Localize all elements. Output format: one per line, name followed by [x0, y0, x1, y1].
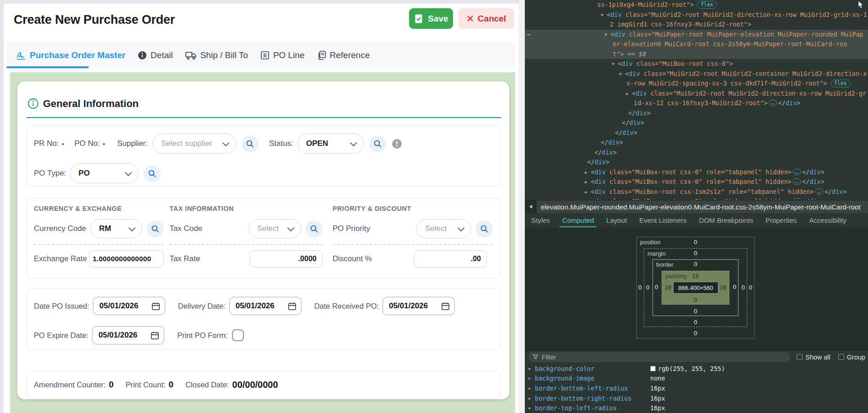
save-button[interactable]: Save: [409, 8, 453, 29]
color-swatch[interactable]: [650, 366, 656, 371]
breadcrumb-back-button[interactable]: [525, 200, 537, 213]
tree-line[interactable]: ▶<div class="MuiBox-root css-0" role="ta…: [525, 177, 868, 187]
print-po-form-checkbox[interactable]: [232, 329, 244, 341]
expand-arrow-icon[interactable]: ▶: [528, 406, 535, 410]
tree-line[interactable]: t"> == $0: [525, 49, 868, 59]
date-po-issued-input[interactable]: 05/01/2026: [93, 297, 165, 315]
cancel-button[interactable]: Cancel: [458, 8, 514, 29]
computed-property-row[interactable]: ▶background-colorrgb(255, 255, 255): [525, 364, 868, 374]
calendar-icon[interactable]: [151, 301, 161, 311]
box-model-position[interactable]: position 0 0 0 0 margin 0 0 0 0 border 0…: [636, 237, 755, 338]
property-value-text: none: [650, 375, 665, 382]
devtools-tab-accessibility[interactable]: Accessibility: [809, 216, 846, 224]
discount-input[interactable]: .00: [414, 250, 487, 268]
expand-arrow-icon[interactable]: ▶: [585, 167, 591, 177]
devtools-tab-dom-breakpoints[interactable]: DOM Breakpoints: [699, 216, 753, 224]
tree-line[interactable]: er-elevation0 MuiCard-root css-2s58ym-Mu…: [525, 39, 868, 49]
tax-code-search-button[interactable]: [306, 220, 323, 237]
expand-arrow-icon[interactable]: ▶: [528, 396, 535, 401]
expand-arrow-icon[interactable]: ▶: [585, 177, 591, 187]
po-type-search-button[interactable]: [144, 165, 161, 182]
calendar-icon[interactable]: [441, 301, 450, 311]
tree-line[interactable]: ▶<div class="MuiBox-root css-0" role="ta…: [525, 167, 868, 177]
tree-line[interactable]: </div>: [525, 118, 868, 128]
calendar-icon[interactable]: [287, 301, 297, 311]
tree-line[interactable]: </div>: [525, 108, 868, 118]
currency-search-button[interactable]: [147, 220, 164, 237]
tree-line[interactable]: ⋯▼<div class="MuiPaper-root MuiPaper-ele…: [525, 30, 868, 40]
flex-badge[interactable]: flex: [830, 80, 851, 87]
status-select[interactable]: OPEN: [297, 134, 364, 154]
computed-property-row[interactable]: ▶border-bottom-right-radius16px: [525, 393, 868, 403]
group-checkbox[interactable]: [838, 354, 844, 360]
computed-property-row[interactable]: ▶border-bottom-left-radius16px: [525, 383, 868, 393]
expand-arrow-icon[interactable]: ▶: [585, 187, 591, 197]
expand-inline-icon[interactable]: …: [815, 188, 823, 195]
code-segment: >: [843, 188, 846, 195]
flex-badge[interactable]: flex: [697, 1, 717, 9]
expand-arrow-icon[interactable]: ▶: [585, 197, 591, 200]
tree-line[interactable]: ▼<div class="MuiGrid2-root MuiGrid2-dire…: [525, 10, 868, 20]
devtools-tab-layout[interactable]: Layout: [606, 216, 627, 224]
exchange-rate-input[interactable]: 1.0000000000000: [89, 250, 164, 268]
calendar-icon[interactable]: [150, 331, 160, 340]
expand-inline-icon[interactable]: …: [793, 169, 801, 175]
tree-line[interactable]: id-xs-12 css-16fnxy3-MuiGrid2-root">…</d…: [525, 98, 868, 108]
tax-rate-input[interactable]: .0000: [249, 250, 323, 268]
devtools-tab-properties[interactable]: Properties: [766, 216, 797, 224]
expand-arrow-icon[interactable]: ▼: [604, 30, 610, 40]
tab-detail[interactable]: Detail: [138, 50, 173, 60]
tree-line[interactable]: ▶<div class="MuiBox-root css-1sm2s1z" ro…: [525, 187, 868, 197]
tab-ship-bill-to[interactable]: Ship / Bill To: [185, 50, 248, 60]
tree-line[interactable]: 2 imgGird1 css-16fnxy3-MuiGrid2-root">: [525, 20, 868, 30]
breadcrumb-selector[interactable]: elevation.MuiPaper-rounded.MuiPaper-elev…: [541, 203, 861, 211]
date-received-po-input[interactable]: 05/01/2026: [383, 297, 455, 315]
computed-property-row[interactable]: ▶background-imagenone: [525, 374, 868, 384]
po-expire-date-input[interactable]: 05/01/2026: [92, 326, 164, 344]
show-all-checkbox[interactable]: [797, 354, 803, 360]
tree-line[interactable]: </div>: [525, 128, 868, 138]
tree-line[interactable]: </div>: [525, 148, 868, 158]
expand-arrow-icon[interactable]: ▶: [528, 376, 535, 381]
filter-input[interactable]: Filter: [528, 352, 790, 362]
tab-purchase-order-master[interactable]: Purchase Order Master: [16, 50, 125, 61]
expand-arrow-icon[interactable]: ▶: [528, 366, 535, 371]
box-model-padding[interactable]: padding 15 16 16 0 866.400×560: [662, 271, 729, 305]
expand-arrow-icon[interactable]: ▼: [601, 10, 607, 20]
box-model-content[interactable]: 866.400×560: [673, 282, 718, 294]
tree-line[interactable]: </div>: [525, 157, 868, 167]
tree-line[interactable]: s-row MuiGrid2-spacing-xs-3 css-dkd71f-M…: [525, 79, 868, 89]
supplier-select[interactable]: Select supplier: [152, 134, 236, 154]
tab-reference[interactable]: Reference: [317, 50, 370, 60]
computed-property-row[interactable]: ▶border-top-left-radius16px: [525, 403, 868, 413]
supplier-search-button[interactable]: [242, 135, 259, 152]
devtools-tab-event-listeners[interactable]: Event Listeners: [639, 216, 686, 224]
devtools-tab-computed[interactable]: Computed: [562, 216, 594, 224]
expand-arrow-icon[interactable]: ▶: [528, 386, 535, 391]
tree-line[interactable]: </div>: [525, 138, 868, 148]
box-model-margin[interactable]: margin 0 0 0 0 border 0 0 0 0 padding 15…: [644, 248, 747, 327]
expand-arrow-icon[interactable]: ▼: [619, 69, 625, 79]
tab-po-line[interactable]: PO Line: [260, 50, 305, 60]
tree-line[interactable]: ▶<div class="MuiGrid2-root MuiGrid2-dire…: [525, 89, 868, 99]
tax-code-select[interactable]: Select: [248, 219, 301, 238]
po-priority-search-button[interactable]: [476, 220, 493, 237]
expand-inline-icon[interactable]: …: [793, 178, 801, 185]
app-scrollbar[interactable]: [519, 0, 525, 413]
tree-line[interactable]: ▶<div class="MuiBox-root css-0" role="ta…: [525, 197, 868, 200]
expand-inline-icon[interactable]: …: [769, 100, 777, 106]
devtools-tab-styles[interactable]: Styles: [531, 216, 550, 224]
status-search-button[interactable]: [369, 135, 386, 152]
po-type-select[interactable]: PO: [70, 163, 139, 183]
po-priority-select[interactable]: Select: [416, 219, 471, 238]
currency-code-select[interactable]: RM: [90, 219, 142, 238]
box-model-border[interactable]: border 0 0 0 0 padding 15 16 16 0 866.40…: [652, 259, 739, 316]
expand-arrow-icon[interactable]: ▶: [626, 89, 632, 99]
tree-line[interactable]: ▼<div class="MuiGrid2-root MuiGrid2-cont…: [525, 69, 868, 79]
node-menu-icon[interactable]: ⋯: [527, 30, 531, 40]
tree-line[interactable]: ss-1pi8xg4-MuiGrid2-root">flex: [525, 0, 868, 10]
delivery-date-input[interactable]: 05/01/2026: [229, 297, 302, 315]
save-check-icon: [414, 14, 424, 24]
expand-arrow-icon[interactable]: ▼: [612, 59, 618, 69]
tree-line[interactable]: ▼<div class="MuiBox-root css-0">: [525, 59, 868, 69]
